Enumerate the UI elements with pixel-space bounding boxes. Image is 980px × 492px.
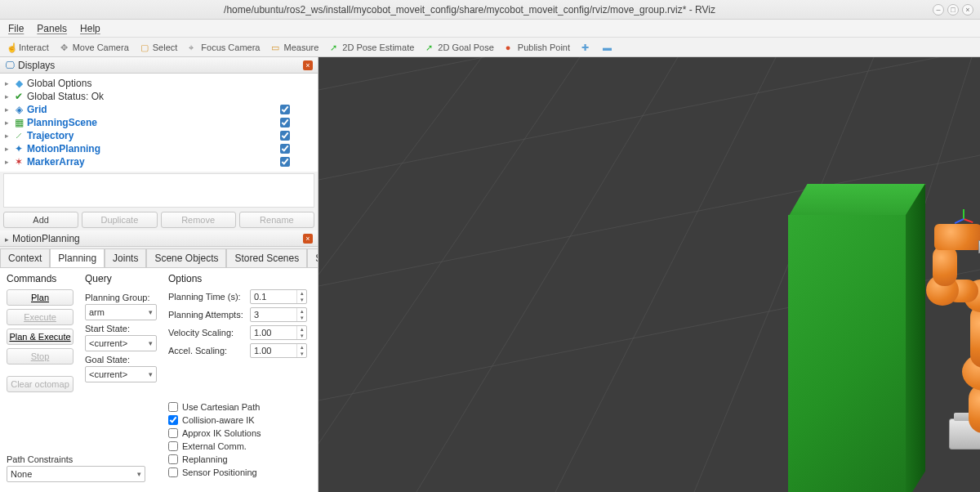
menu-panels[interactable]: Panels	[37, 23, 67, 34]
chevron-down-icon: ▾	[149, 308, 153, 316]
expand-icon	[5, 233, 12, 244]
display-tree-item[interactable]: ▸◈Grid	[5, 103, 313, 116]
motionplanning-panel-header[interactable]: MotionPlanning ×	[0, 230, 318, 247]
move-camera-icon: ✥	[60, 42, 70, 52]
spinner-down-icon[interactable]: ▾	[296, 333, 306, 339]
display-visibility-checkbox[interactable]	[280, 131, 290, 141]
display-tree-item[interactable]: ▸✔Global Status: Ok	[5, 90, 313, 103]
chevron-down-icon: ▾	[149, 370, 153, 378]
pin-icon: ●	[506, 42, 515, 52]
tab-stored-stat[interactable]: Stored Stat	[307, 248, 318, 267]
display-icon: ◈	[13, 104, 24, 115]
displays-title: Displays	[18, 60, 55, 71]
execute-button[interactable]: Execute	[7, 309, 74, 325]
spinner-up-icon[interactable]: ▴	[296, 308, 306, 315]
display-tree-item[interactable]: ▸✶MarkerArray	[5, 155, 313, 168]
displays-button-row: Add Duplicate Remove Rename	[0, 209, 318, 230]
planning-group-combo[interactable]: arm▾	[85, 304, 157, 320]
goal-state-label: Goal State:	[85, 355, 157, 365]
approx-ik-label: Approx IK Solutions	[182, 428, 261, 438]
tree-arrow-icon: ▸	[5, 145, 13, 153]
tool-move-camera[interactable]: ✥Move Camera	[60, 42, 129, 52]
display-visibility-checkbox[interactable]	[280, 105, 290, 114]
tool-extra-plus[interactable]: ✚	[581, 42, 591, 52]
goal-state-combo[interactable]: <current>▾	[85, 366, 157, 382]
plan-button[interactable]: Plan	[7, 289, 74, 306]
sensor-positioning-checkbox[interactable]	[168, 467, 178, 477]
motionplanning-close-button[interactable]: ×	[303, 234, 313, 244]
interactive-marker-axes	[954, 209, 973, 229]
sensor-positioning-label: Sensor Positioning	[182, 467, 257, 477]
display-tree-item[interactable]: ▸⟋Trajectory	[5, 129, 313, 142]
remove-display-button[interactable]: Remove	[161, 212, 236, 228]
spinner-up-icon[interactable]: ▴	[296, 344, 306, 351]
window-minimize-button[interactable]: –	[933, 4, 944, 16]
tool-extra-minus[interactable]: ▬	[603, 42, 612, 52]
add-display-button[interactable]: Add	[3, 212, 78, 228]
display-tree-item[interactable]: ▸◆Global Options	[5, 77, 313, 90]
start-state-label: Start State:	[85, 324, 157, 333]
velocity-scaling-label: Velocity Scaling:	[168, 328, 250, 338]
tab-planning[interactable]: Planning	[50, 248, 105, 268]
spinner-down-icon[interactable]: ▾	[296, 315, 306, 321]
plus-icon: ✚	[581, 42, 591, 52]
display-visibility-checkbox[interactable]	[280, 157, 290, 167]
3d-viewport[interactable]	[318, 57, 980, 492]
motionplanning-title: MotionPlanning	[12, 233, 80, 244]
stop-button[interactable]: Stop	[7, 348, 74, 365]
tab-context[interactable]: Context	[0, 248, 50, 267]
tool-measure[interactable]: ▭Measure	[271, 42, 318, 52]
tree-arrow-icon: ▸	[5, 132, 13, 140]
tab-joints[interactable]: Joints	[105, 248, 146, 267]
robot-arm	[939, 212, 980, 450]
tool-publish-point[interactable]: ●Publish Point	[506, 42, 570, 52]
clear-octomap-button[interactable]: Clear octomap	[7, 376, 74, 392]
velocity-scaling-spinner[interactable]: 1.00▴▾	[250, 325, 307, 340]
spinner-up-icon[interactable]: ▴	[296, 290, 306, 297]
tree-arrow-icon: ▸	[5, 92, 13, 101]
tree-arrow-icon: ▸	[5, 105, 13, 114]
tab-stored-scenes[interactable]: Stored Scenes	[226, 248, 307, 267]
display-tree-item[interactable]: ▸✦MotionPlanning	[5, 142, 313, 155]
menu-file[interactable]: File	[8, 23, 24, 34]
chevron-down-icon: ▾	[149, 339, 153, 347]
planning-attempts-spinner[interactable]: 3▴▾	[250, 307, 307, 322]
displays-tree[interactable]: ▸◆Global Options▸✔Global Status: Ok▸◈Gri…	[0, 74, 318, 172]
spinner-down-icon[interactable]: ▾	[296, 297, 306, 303]
start-state-combo[interactable]: <current>▾	[85, 335, 157, 351]
window-close-button[interactable]: ×	[962, 4, 973, 16]
display-icon: ✦	[13, 143, 24, 154]
menu-help[interactable]: Help	[80, 23, 100, 34]
window-maximize-button[interactable]: □	[947, 4, 959, 16]
green-wall-object	[788, 184, 923, 492]
collision-ik-checkbox[interactable]	[168, 415, 178, 425]
path-constraints-combo[interactable]: None▾	[7, 466, 145, 482]
rename-display-button[interactable]: Rename	[239, 212, 314, 228]
display-tree-item[interactable]: ▸▦PlanningScene	[5, 116, 313, 129]
display-visibility-checkbox[interactable]	[280, 118, 290, 127]
accel-scaling-spinner[interactable]: 1.00▴▾	[250, 343, 307, 358]
display-label: PlanningScene	[27, 117, 280, 128]
displays-panel-header[interactable]: 🖵 Displays ×	[0, 57, 318, 74]
window-titlebar: /home/ubuntu/ros2_ws/install/mycobot_mov…	[0, 0, 980, 20]
plan-and-execute-button[interactable]: Plan & Execute	[7, 329, 74, 345]
use-cartesian-checkbox[interactable]	[168, 402, 178, 412]
tool-focus-camera[interactable]: ⌖Focus Camera	[189, 42, 260, 52]
tool-select[interactable]: ▢Select	[140, 42, 178, 52]
spinner-up-icon[interactable]: ▴	[296, 326, 306, 333]
duplicate-display-button[interactable]: Duplicate	[82, 212, 157, 228]
tool-2d-pose-estimate[interactable]: ➚2D Pose Estimate	[330, 42, 414, 52]
replanning-checkbox[interactable]	[168, 454, 178, 464]
external-comm-checkbox[interactable]	[168, 441, 178, 451]
displays-close-button[interactable]: ×	[303, 60, 313, 70]
tool-interact[interactable]: ☝Interact	[7, 42, 49, 52]
planning-time-spinner[interactable]: 0.1▴▾	[250, 289, 307, 304]
display-visibility-checkbox[interactable]	[280, 144, 290, 154]
tab-scene-objects[interactable]: Scene Objects	[146, 248, 226, 267]
display-icon: ▦	[13, 117, 24, 128]
toolbar: ☝Interact ✥Move Camera ▢Select ⌖Focus Ca…	[0, 38, 980, 57]
tool-2d-goal-pose[interactable]: ➚2D Goal Pose	[425, 42, 493, 52]
spinner-down-icon[interactable]: ▾	[296, 351, 306, 357]
approx-ik-checkbox[interactable]	[168, 428, 178, 438]
display-label: Grid	[27, 104, 280, 115]
